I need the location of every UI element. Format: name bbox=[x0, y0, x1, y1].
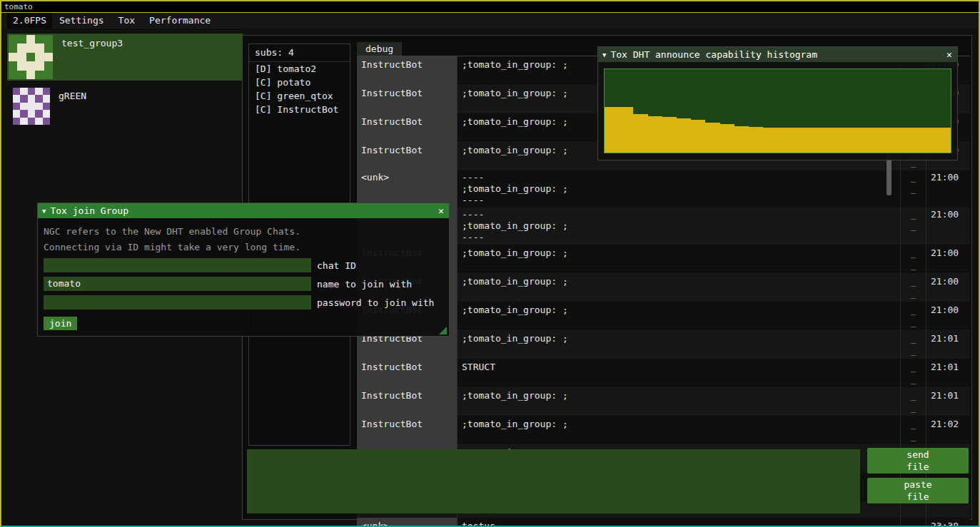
message-text: ;tomato_in_group: ; bbox=[457, 387, 900, 416]
window-titlebar[interactable]: tomato bbox=[1, 1, 979, 13]
sub-item-green-qtox[interactable]: [C] green_qtox bbox=[249, 89, 350, 103]
dht-histogram-title: Tox DHT announce capability histogram bbox=[610, 49, 941, 60]
histogram-bar bbox=[777, 128, 792, 153]
group-avatar bbox=[9, 35, 53, 79]
message-timestamp: 21:01 bbox=[926, 387, 970, 416]
chat-id-label: chat ID bbox=[317, 260, 356, 271]
histogram-bar bbox=[605, 107, 619, 153]
histogram-bar bbox=[835, 128, 849, 153]
message-author: InstructBot bbox=[357, 387, 457, 416]
ngc-hint-line1: NGC refers to the New DHT enabled Group … bbox=[44, 225, 443, 238]
message-text: ;tomato_in_group: ; bbox=[457, 302, 900, 330]
collapse-icon[interactable]: ▼ bbox=[42, 208, 46, 215]
join-password-label: password to join with bbox=[317, 297, 434, 308]
join-name-field[interactable]: tomato bbox=[44, 277, 311, 291]
sub-item-tomato2[interactable]: [D] tomato2 bbox=[249, 62, 350, 76]
histogram-bar bbox=[662, 117, 677, 153]
histogram-bar bbox=[763, 128, 777, 153]
histogram-bar bbox=[907, 128, 921, 153]
histogram-bar bbox=[749, 127, 763, 153]
group-item-green[interactable]: gREEN bbox=[7, 86, 243, 133]
group-item-test-group3[interactable]: test_group3 bbox=[7, 34, 243, 81]
join-group-window: ▼ Tox join Group ✕ NGC refers to the New… bbox=[37, 203, 450, 337]
message-author: InstructBot bbox=[357, 416, 457, 444]
resize-grip[interactable] bbox=[439, 327, 447, 334]
message-text: ;tomato_in_group: ; bbox=[457, 273, 900, 302]
message-text: ;tomato_in_group: ; bbox=[457, 245, 900, 273]
group-list: test_group3 gREEN bbox=[7, 34, 243, 138]
sub-item-potato[interactable]: [C] potato bbox=[249, 76, 350, 89]
menu-settings[interactable]: Settings bbox=[52, 13, 111, 29]
message-text: ---- ;tomato_in_group: ; ---- bbox=[457, 208, 900, 245]
message-text: ;tomato_in_group: ; bbox=[457, 330, 900, 359]
chat-message-row: <unk>testus_ _23:38 bbox=[357, 518, 970, 527]
menu-performance[interactable]: Performance bbox=[142, 13, 218, 29]
histogram-bar bbox=[633, 114, 647, 153]
histogram-bar bbox=[792, 128, 807, 153]
dht-histogram-body bbox=[598, 62, 957, 160]
join-password-field[interactable] bbox=[44, 295, 311, 309]
close-icon[interactable]: ✕ bbox=[941, 49, 957, 60]
message-author: InstructBot bbox=[357, 56, 457, 85]
histogram-bar bbox=[705, 123, 719, 153]
message-flags: _ _ bbox=[900, 416, 926, 444]
histogram-bar bbox=[807, 128, 821, 153]
fps-counter: 2.0FPS bbox=[7, 13, 52, 29]
chat-message-row: InstructBot;tomato_in_group: ;_ _21:02 bbox=[357, 416, 970, 444]
message-timestamp: 21:01 bbox=[926, 330, 970, 359]
histogram-bar bbox=[864, 128, 879, 153]
message-author: InstructBot bbox=[357, 142, 457, 170]
chat-message-row: InstructBotSTRUCT_ _21:01 bbox=[357, 359, 970, 387]
send-file-button[interactable]: send file bbox=[867, 448, 969, 474]
chat-message-row: InstructBot;tomato_in_group: ;_ _21:01 bbox=[357, 387, 970, 416]
message-timestamp: 21:01 bbox=[926, 359, 970, 387]
menu-tox[interactable]: Tox bbox=[111, 13, 142, 29]
message-timestamp: 21:00 bbox=[926, 208, 970, 245]
message-author: InstructBot bbox=[357, 85, 457, 113]
app-window: tomato 2.0FPS Settings Tox Performance t… bbox=[0, 0, 980, 527]
group-name: test_group3 bbox=[61, 34, 123, 48]
message-flags: _ _ bbox=[900, 273, 926, 302]
histogram-bar bbox=[936, 128, 951, 153]
join-name-label: name to join with bbox=[317, 279, 412, 290]
message-flags bbox=[900, 501, 926, 518]
message-timestamp: 23:38 bbox=[926, 518, 970, 527]
message-timestamp: 21:02 bbox=[926, 416, 970, 444]
message-timestamp: 21:00 bbox=[926, 170, 970, 208]
sub-item-instructbot[interactable]: [C] InstructBot bbox=[249, 103, 350, 116]
message-timestamp: 21:00 bbox=[926, 302, 970, 330]
group-name: gREEN bbox=[59, 86, 86, 101]
close-icon[interactable]: ✕ bbox=[433, 205, 449, 216]
message-author: <unk> bbox=[357, 518, 457, 527]
message-flags: _ _ bbox=[900, 518, 926, 527]
collapse-icon[interactable]: ▼ bbox=[602, 51, 606, 58]
histogram-bar bbox=[821, 128, 835, 153]
histogram-bar bbox=[893, 128, 907, 153]
join-group-body: NGC refers to the New DHT enabled Group … bbox=[38, 218, 449, 337]
histogram-bar bbox=[648, 116, 662, 153]
message-text: STRUCT bbox=[457, 359, 900, 387]
message-text: ---- ;tomato_in_group: ; ---- bbox=[457, 170, 900, 208]
chat-id-field[interactable] bbox=[44, 258, 311, 272]
tab-debug[interactable]: debug bbox=[357, 42, 402, 56]
histogram-bar bbox=[720, 124, 734, 153]
histogram-bar bbox=[921, 128, 936, 153]
paste-file-button[interactable]: paste file bbox=[867, 478, 969, 503]
message-timestamp: 21:00 bbox=[926, 245, 970, 273]
join-group-titlebar[interactable]: ▼ Tox join Group ✕ bbox=[38, 203, 449, 218]
group-avatar bbox=[13, 88, 50, 125]
histogram-bar bbox=[734, 126, 749, 153]
window-title: tomato bbox=[4, 2, 33, 11]
message-flags: _ _ bbox=[900, 208, 926, 245]
dht-histogram-window: ▼ Tox DHT announce capability histogram … bbox=[597, 46, 958, 160]
message-text: ;tomato_in_group: ; bbox=[457, 416, 900, 444]
join-button[interactable]: join bbox=[44, 317, 77, 330]
histogram-bar bbox=[849, 128, 864, 153]
message-author: InstructBot bbox=[357, 113, 457, 142]
message-timestamp bbox=[926, 501, 970, 518]
message-input[interactable] bbox=[247, 449, 860, 513]
message-flags: _ _ bbox=[900, 245, 926, 273]
histogram-plot bbox=[604, 68, 951, 153]
message-flags: _ _ bbox=[900, 302, 926, 330]
dht-histogram-titlebar[interactable]: ▼ Tox DHT announce capability histogram … bbox=[598, 47, 957, 62]
